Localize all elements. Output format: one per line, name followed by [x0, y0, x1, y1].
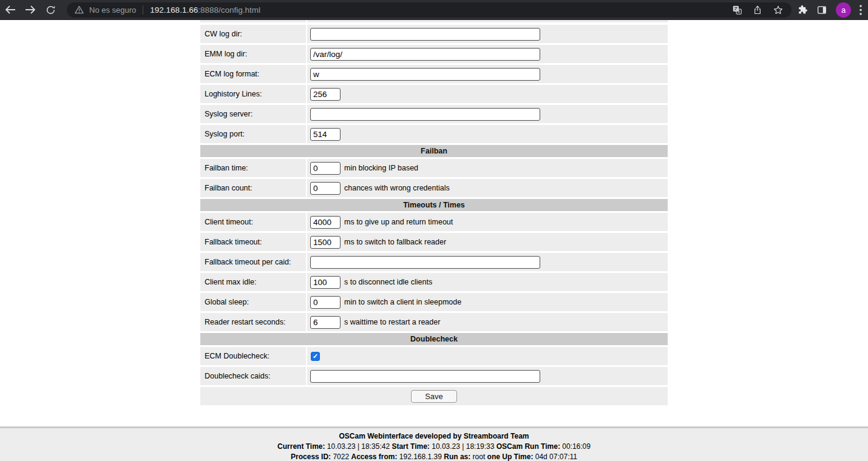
forward-button[interactable] [24, 4, 36, 16]
field-label: EMM log dir: [200, 45, 306, 63]
back-button[interactable] [4, 4, 16, 16]
url-path: :8888/config.html [198, 5, 260, 15]
bookmark-button[interactable] [773, 5, 784, 15]
input-fallback-timeout[interactable] [310, 236, 341, 249]
side-panel-button[interactable] [816, 5, 827, 15]
address-bar[interactable]: No es seguro 192.168.1.66:8888/config.ht… [67, 2, 792, 18]
form-row-failban-count: Failban count:chances with wrong credent… [200, 179, 668, 197]
field-value-cell [307, 45, 668, 63]
field-value-cell: ms to switch to fallback reader [307, 233, 668, 251]
input-loghistory-lines[interactable] [310, 88, 341, 101]
field-unit-text: min to switch a client in sleepmode [344, 298, 461, 306]
input-ecm-log-format[interactable] [310, 68, 540, 81]
checkbox-ecm-doublecheck[interactable]: ✓ [311, 352, 320, 361]
field-unit-text: s waittime to restart a reader [344, 318, 440, 326]
form-row-client-timeout: Client timeout:ms to give up and return … [200, 213, 668, 231]
field-label: Reader restart seconds: [200, 313, 306, 331]
side-panel-icon [816, 5, 827, 15]
field-value-cell [307, 25, 668, 43]
save-row: Save [200, 387, 668, 405]
footer-process-line: Process ID: 7022 Access from: 192.168.1.… [0, 452, 868, 461]
save-button[interactable]: Save [411, 390, 457, 403]
field-label: CW log dir: [200, 25, 306, 43]
toolbar-right-group: a [798, 2, 862, 18]
security-warning-label: No es seguro [89, 5, 136, 15]
form-row-client-max-idle: Client max idle:s to disconnect idle cli… [200, 273, 668, 291]
field-label: Fallback timeout: [200, 233, 306, 251]
footer-times-line: Current Time: 10.03.23 | 18:35:42 Start … [0, 442, 868, 452]
input-syslog-port[interactable] [310, 128, 341, 141]
form-row-fallback-timeout: Fallback timeout:ms to switch to fallbac… [200, 233, 668, 251]
not-secure-warning-icon [75, 5, 84, 14]
extensions-button[interactable] [798, 5, 808, 15]
field-label: Fallback timeout per caid: [200, 253, 306, 271]
field-value-cell: chances with wrong credentials [307, 179, 668, 197]
input-reader-restart-seconds[interactable] [310, 316, 341, 329]
field-value-cell [307, 65, 668, 83]
url-host: 192.168.1.66 [150, 5, 198, 15]
field-label: Loghistory Lines: [200, 85, 306, 103]
footer: OSCam Webinterface developed by Streambo… [0, 426, 868, 461]
field-label: Syslog port: [200, 125, 306, 143]
form-row-ecm-doublecheck: ECM Doublecheck:✓ [200, 347, 668, 365]
form-row-doublecheck-caids: Doublecheck caids: [200, 367, 668, 385]
input-failban-time[interactable] [310, 162, 341, 175]
form-row-syslog-server: Syslog server: [200, 105, 668, 123]
field-value-cell: min blocking IP based [307, 159, 668, 177]
field-label: Global sleep: [200, 293, 306, 311]
field-value-cell: ms to give up and return timeout [307, 213, 668, 231]
field-unit-text: chances with wrong credentials [344, 184, 450, 192]
share-button[interactable] [753, 5, 762, 15]
field-label: Failban time: [200, 159, 306, 177]
reload-icon [46, 5, 56, 15]
field-value-cell [307, 105, 668, 123]
input-global-sleep[interactable] [310, 296, 341, 309]
field-value-cell: ✓ [307, 347, 668, 365]
partial-cutoff-row [200, 20, 668, 22]
config-table: CW log dir:EMM log dir:ECM log format:Lo… [200, 25, 668, 385]
field-value-cell [307, 85, 668, 103]
form-row-global-sleep: Global sleep:min to switch a client in s… [200, 293, 668, 311]
input-client-timeout[interactable] [310, 216, 341, 229]
field-label: Client timeout: [200, 213, 306, 231]
input-failban-count[interactable] [310, 182, 341, 195]
input-client-max-idle[interactable] [310, 276, 341, 289]
field-value-cell [307, 125, 668, 143]
input-emm-log-dir[interactable] [310, 48, 540, 61]
translate-icon [732, 5, 742, 15]
field-value-cell: min to switch a client in sleepmode [307, 293, 668, 311]
section-header-doublecheck: Doublecheck [200, 333, 668, 345]
field-value-cell [307, 367, 668, 385]
section-header-failban: Failban [200, 145, 668, 157]
field-unit-text: s to disconnect idle clients [344, 278, 432, 286]
input-syslog-server[interactable] [310, 108, 540, 121]
form-row-emm-log-dir: EMM log dir: [200, 45, 668, 63]
field-label: ECM log format: [200, 65, 306, 83]
input-fallback-timeout-per-caid[interactable] [310, 256, 540, 269]
three-dot-menu-icon [860, 5, 862, 15]
config-form: CW log dir:EMM log dir:ECM log format:Lo… [200, 20, 668, 405]
input-doublecheck-caids[interactable] [310, 370, 540, 383]
extensions-puzzle-icon [798, 5, 808, 15]
field-label: Failban count: [200, 179, 306, 197]
profile-avatar[interactable]: a [836, 2, 851, 18]
footer-title: OSCam Webinterface developed by Streambo… [0, 431, 868, 442]
form-row-failban-time: Failban time:min blocking IP based [200, 159, 668, 177]
form-row-syslog-port: Syslog port: [200, 125, 668, 143]
field-label: Syslog server: [200, 105, 306, 123]
browser-toolbar: No es seguro 192.168.1.66:8888/config.ht… [0, 0, 868, 20]
field-unit-text: ms to give up and return timeout [344, 218, 453, 226]
back-arrow-icon [5, 5, 16, 15]
field-unit-text: ms to switch to fallback reader [344, 238, 446, 246]
form-row-ecm-log-format: ECM log format: [200, 65, 668, 83]
page-body: CW log dir:EMM log dir:ECM log format:Lo… [0, 20, 868, 426]
menu-button[interactable] [860, 5, 862, 15]
translate-button[interactable] [732, 5, 742, 15]
form-row-fallback-timeout-per-caid: Fallback timeout per caid: [200, 253, 668, 271]
field-label: Client max idle: [200, 273, 306, 291]
input-cw-log-dir[interactable] [310, 28, 540, 41]
form-row-cw-log-dir: CW log dir: [200, 25, 668, 43]
field-value-cell: s waittime to restart a reader [307, 313, 668, 331]
reload-button[interactable] [44, 4, 56, 16]
url-text: 192.168.1.66:8888/config.html [150, 5, 260, 15]
